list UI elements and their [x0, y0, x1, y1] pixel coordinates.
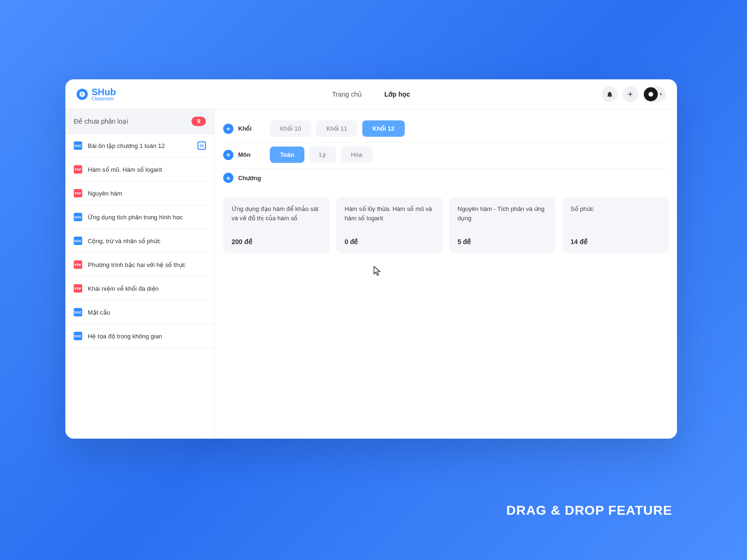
sidebar-item-label: Khái niệm về khối đa diện [88, 285, 206, 292]
chapter-cards: Ứng dụng đạo hàm để khảo sát và vẽ đồ th… [223, 197, 669, 253]
sidebar-item-label: Cộng, trừ và nhân số phức [88, 238, 206, 245]
doc-file-icon: DOC [74, 332, 82, 340]
chapter-card[interactable]: Ứng dụng đạo hàm để khảo sát và vẽ đồ th… [223, 197, 330, 253]
chip-khoi-12[interactable]: Khối 12 [362, 120, 405, 137]
chapter-card[interactable]: Số phức 14 đề [562, 197, 669, 253]
add-mon-button[interactable]: + [223, 150, 233, 160]
avatar [644, 87, 658, 101]
sidebar-item-label: Nguyên hàm [88, 190, 206, 197]
brand-logo-icon [77, 89, 88, 100]
filter-label-mon: Môn [238, 151, 261, 158]
app-body: Đề chưa phân loại 9 DOCBài ôn tập chương… [65, 109, 677, 439]
chapter-card-count: 14 đề [571, 238, 660, 245]
chapter-card-count: 0 đề [345, 238, 434, 245]
sidebar-item[interactable]: PDFPhương trình bậc hai với hệ số thực [65, 253, 214, 277]
sidebar-item[interactable]: DOCHệ tọa độ trong không gian [65, 324, 214, 348]
nav-classroom[interactable]: Lớp học [384, 91, 410, 98]
doc-file-icon: DOC [74, 237, 82, 245]
sidebar-item[interactable]: PDFHàm số mũ. Hàm số logarit [65, 158, 214, 182]
chevron-down-icon: ▾ [660, 91, 662, 97]
doc-file-icon: DOC [74, 141, 82, 150]
chapter-card[interactable]: Nguyên hàm - Tích phân và ứng dụng 5 đề [449, 197, 556, 253]
count-badge-icon: 53 [197, 141, 206, 150]
brand-name: SHub [92, 87, 116, 97]
chip-mon-ly[interactable]: Lý [309, 147, 336, 163]
sidebar-header-badge: 9 [191, 117, 206, 126]
chapter-card-title: Nguyên hàm - Tích phân và ứng dụng [458, 204, 547, 223]
chip-mon-toan[interactable]: Toán [270, 147, 304, 163]
notifications-button[interactable] [602, 86, 618, 102]
chip-mon-hoa[interactable]: Hóa [341, 147, 373, 163]
brand-logo[interactable]: SHub Classroom [77, 87, 116, 101]
sidebar-item-label: Hệ tọa độ trong không gian [88, 333, 206, 340]
chapter-card-title: Hàm số lũy thừa. Hàm số mũ và hàm số log… [345, 204, 434, 223]
sidebar-item-label: Mặt cầu [88, 309, 206, 316]
brand-tagline: Classroom [92, 97, 116, 101]
brand-text: SHub Classroom [92, 87, 116, 101]
add-khoi-button[interactable]: + [223, 124, 233, 134]
filter-row-chuong: + Chương [223, 169, 669, 189]
add-button[interactable] [622, 86, 638, 102]
chip-khoi-10[interactable]: Khối 10 [270, 120, 311, 137]
sidebar-item[interactable]: PDFNguyên hàm [65, 182, 214, 205]
sidebar-item-label: Ứng dụng tích phân trong hình học [88, 214, 206, 221]
pdf-file-icon: PDF [74, 165, 82, 174]
chapter-card-title: Số phức [571, 204, 660, 214]
pdf-file-icon: PDF [74, 284, 82, 293]
sidebar-item-label: Hàm số mũ. Hàm số logarit [88, 166, 206, 173]
app-frame: SHub Classroom Trang chủ Lớp học ▾ Đề ch… [65, 79, 677, 439]
filter-label-khoi: Khối [238, 125, 261, 132]
sidebar-item[interactable]: DOCMặt cầu [65, 301, 214, 324]
plus-icon [627, 91, 634, 98]
sidebar-item-label: Phương trình bậc hai với hệ số thực [88, 261, 206, 268]
sidebar-item[interactable]: DOCBài ôn tập chương 1 toán 1253 [65, 134, 214, 158]
bell-icon [606, 91, 613, 98]
sidebar-header-label: Đề chưa phân loại [74, 118, 183, 125]
chapter-card-title: Ứng dụng đạo hàm để khảo sát và vẽ đồ th… [232, 204, 321, 223]
doc-file-icon: DOC [74, 213, 82, 221]
chip-khoi-11[interactable]: Khối 11 [316, 120, 358, 137]
filter-label-chuong: Chương [238, 175, 261, 182]
doc-file-icon: DOC [74, 308, 82, 316]
sidebar-item-label: Bài ôn tập chương 1 toán 12 [88, 142, 192, 149]
pdf-file-icon: PDF [74, 189, 82, 197]
topbar: SHub Classroom Trang chủ Lớp học ▾ [65, 79, 677, 109]
chapter-card[interactable]: Hàm số lũy thừa. Hàm số mũ và hàm số log… [336, 197, 443, 253]
main-content: + Khối Khối 10 Khối 11 Khối 12 + Môn Toá… [215, 109, 677, 439]
filter-row-mon: + Môn Toán Lý Hóa [223, 143, 669, 169]
feature-caption: DRAG & DROP FEATURE [506, 503, 672, 518]
sidebar-header-unclassified[interactable]: Đề chưa phân loại 9 [65, 109, 214, 134]
sidebar-item[interactable]: PDFKhái niệm về khối đa diện [65, 277, 214, 301]
nav-home[interactable]: Trang chủ [332, 91, 362, 98]
sidebar: Đề chưa phân loại 9 DOCBài ôn tập chương… [65, 109, 215, 439]
add-chuong-button[interactable]: + [223, 173, 233, 183]
sidebar-item[interactable]: DOCCộng, trừ và nhân số phức [65, 229, 214, 253]
pdf-file-icon: PDF [74, 260, 82, 269]
filter-row-khoi: + Khối Khối 10 Khối 11 Khối 12 [223, 117, 669, 143]
chapter-card-count: 5 đề [458, 238, 547, 245]
sidebar-item[interactable]: DOCỨng dụng tích phân trong hình học [65, 205, 214, 229]
chapter-card-count: 200 đề [232, 238, 321, 245]
top-actions: ▾ [602, 86, 666, 102]
top-nav: Trang chủ Lớp học [332, 91, 410, 98]
user-menu[interactable]: ▾ [643, 86, 666, 102]
